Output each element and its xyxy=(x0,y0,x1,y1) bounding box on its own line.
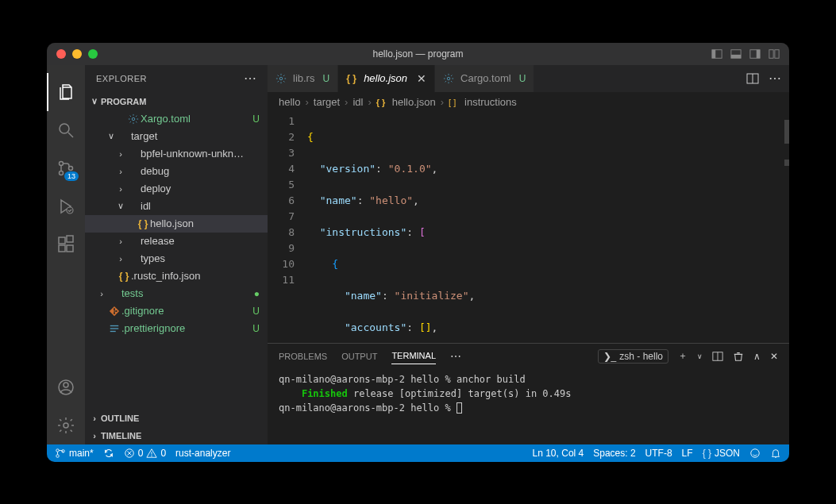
statusbar: main* 0 0 rust-analyzer Ln 10, Col 4 Spa… xyxy=(47,444,789,462)
tree-item[interactable]: { }hello.json xyxy=(85,215,268,233)
terminal[interactable]: qn-milano@aarons-mbp-2 hello % anchor bu… xyxy=(268,369,789,444)
svg-point-34 xyxy=(56,448,60,452)
tree-section-timeline[interactable]: › TIMELINE xyxy=(85,427,268,444)
svg-rect-1 xyxy=(712,49,715,58)
split-terminal-icon[interactable] xyxy=(712,351,723,362)
svg-point-20 xyxy=(64,423,68,428)
layout-right-icon[interactable] xyxy=(749,48,761,60)
svg-line-9 xyxy=(68,133,73,137)
tree-item[interactable]: ›deploy xyxy=(85,180,268,198)
tree-item[interactable]: ›tests● xyxy=(85,285,268,302)
activity-settings[interactable] xyxy=(47,406,85,444)
svg-point-12 xyxy=(69,166,73,170)
scm-badge: 13 xyxy=(64,171,79,181)
breadcrumb[interactable]: hello›target›idl›{ }hello.json›[ ]instru… xyxy=(268,93,789,112)
svg-rect-3 xyxy=(731,54,741,57)
sb-eol[interactable]: LF xyxy=(682,448,693,459)
sidebar: EXPLORER ⋯ ∨ PROGRAM Xargo.tomlU∨target›… xyxy=(85,65,268,444)
code-area[interactable]: { "version": "0.1.0", "name": "hello", "… xyxy=(307,112,781,343)
svg-point-40 xyxy=(751,448,760,457)
sb-spaces[interactable]: Spaces: 2 xyxy=(593,448,635,459)
tree-item[interactable]: ›types xyxy=(85,250,268,267)
svg-point-13 xyxy=(67,207,73,214)
tree-item[interactable]: { }.rustc_info.json xyxy=(85,267,268,285)
terminal-dropdown-icon[interactable]: ∨ xyxy=(697,352,703,360)
layout-bottom-icon[interactable] xyxy=(730,48,742,60)
svg-point-11 xyxy=(60,171,64,175)
sb-position[interactable]: Ln 10, Col 4 xyxy=(533,448,584,459)
layout-left-icon[interactable] xyxy=(711,48,722,60)
svg-point-28 xyxy=(279,77,283,80)
sb-branch[interactable]: main* xyxy=(55,448,94,459)
tree-item[interactable]: ›debug xyxy=(85,163,268,180)
sb-language[interactable]: { } JSON xyxy=(703,448,740,459)
svg-rect-5 xyxy=(757,49,760,58)
sidebar-more-icon[interactable]: ⋯ xyxy=(244,72,257,85)
svg-point-21 xyxy=(132,117,135,121)
tab-more-icon[interactable]: ⋯ xyxy=(769,71,781,86)
tree-item[interactable]: ›bpfel-unknown-unkn… xyxy=(85,145,268,163)
panel-more-icon[interactable]: ⋯ xyxy=(450,350,461,363)
panel: PROBLEMS OUTPUT TERMINAL ⋯ ❯_ zsh - hell… xyxy=(268,343,789,444)
sb-sync[interactable] xyxy=(103,448,114,459)
svg-point-39 xyxy=(152,455,152,456)
tree-item[interactable]: .prettierignoreU xyxy=(85,320,268,337)
svg-rect-17 xyxy=(67,236,73,242)
tree-item[interactable]: Xargo.tomlU xyxy=(85,110,268,128)
panel-tab-output[interactable]: OUTPUT xyxy=(341,348,377,364)
activity-explorer[interactable] xyxy=(47,73,85,111)
activity-accounts[interactable] xyxy=(47,368,85,406)
sb-feedback-icon[interactable] xyxy=(749,448,761,459)
sb-encoding[interactable]: UTF-8 xyxy=(645,448,672,459)
panel-tab-terminal[interactable]: TERMINAL xyxy=(391,348,436,364)
sidebar-title: EXPLORER xyxy=(96,74,147,83)
editor[interactable]: 1234567891011 { "version": "0.1.0", "nam… xyxy=(268,112,789,343)
activity-bar: 13 xyxy=(47,65,85,444)
sb-bell-icon[interactable] xyxy=(770,448,781,459)
sb-errors[interactable]: 0 0 xyxy=(124,448,166,459)
svg-point-29 xyxy=(447,77,450,80)
editor-tab[interactable]: Cargo.tomlU xyxy=(435,65,534,92)
tree-item[interactable]: ∨target xyxy=(85,128,268,145)
svg-point-10 xyxy=(60,161,64,165)
editor-tab[interactable]: { }hello.json✕ xyxy=(338,65,435,92)
minimap[interactable] xyxy=(781,112,789,343)
svg-rect-6 xyxy=(769,49,773,58)
editor-tab[interactable]: lib.rsU xyxy=(268,65,338,92)
window-title: hello.json — program xyxy=(372,48,463,60)
titlebar: hello.json — program xyxy=(47,43,789,65)
svg-rect-16 xyxy=(67,245,73,252)
terminal-shell-selector[interactable]: ❯_ zsh - hello xyxy=(598,349,668,364)
activity-run-debug[interactable] xyxy=(47,187,85,225)
svg-rect-15 xyxy=(59,245,65,252)
activity-search[interactable] xyxy=(47,111,85,149)
split-editor-icon[interactable] xyxy=(746,72,759,85)
tree-section-outline[interactable]: › OUTLINE xyxy=(85,410,268,427)
activity-source-control[interactable]: 13 xyxy=(47,149,85,187)
svg-point-35 xyxy=(56,454,60,457)
gutter: 1234567891011 xyxy=(268,112,307,343)
panel-tab-problems[interactable]: PROBLEMS xyxy=(279,348,327,364)
tree-section-project[interactable]: ∨ PROGRAM xyxy=(85,93,268,110)
maximize-window-button[interactable] xyxy=(88,49,98,59)
svg-point-19 xyxy=(64,383,68,387)
kill-terminal-icon[interactable] xyxy=(733,351,744,362)
svg-rect-7 xyxy=(775,49,779,58)
activity-extensions[interactable] xyxy=(47,225,85,264)
close-panel-icon[interactable]: ✕ xyxy=(770,351,778,362)
file-tree: Xargo.tomlU∨target›bpfel-unknown-unkn…›d… xyxy=(85,110,268,410)
tree-item[interactable]: .gitignoreU xyxy=(85,302,268,320)
terminal-icon: ❯_ xyxy=(603,351,617,362)
maximize-panel-icon[interactable]: ∧ xyxy=(753,351,761,362)
tree-item[interactable]: ∨idl xyxy=(85,198,268,215)
sb-lsp[interactable]: rust-analyzer xyxy=(175,448,230,459)
svg-rect-14 xyxy=(59,237,65,244)
new-terminal-icon[interactable]: ＋ xyxy=(678,349,688,363)
minimize-window-button[interactable] xyxy=(72,49,82,59)
close-window-button[interactable] xyxy=(56,49,66,59)
editor-tabs: lib.rsU{ }hello.json✕Cargo.tomlU ⋯ xyxy=(268,65,789,93)
layout-customize-icon[interactable] xyxy=(769,48,780,60)
tree-item[interactable]: ›release xyxy=(85,233,268,250)
close-tab-icon[interactable]: ✕ xyxy=(417,72,426,85)
svg-point-8 xyxy=(60,124,69,133)
